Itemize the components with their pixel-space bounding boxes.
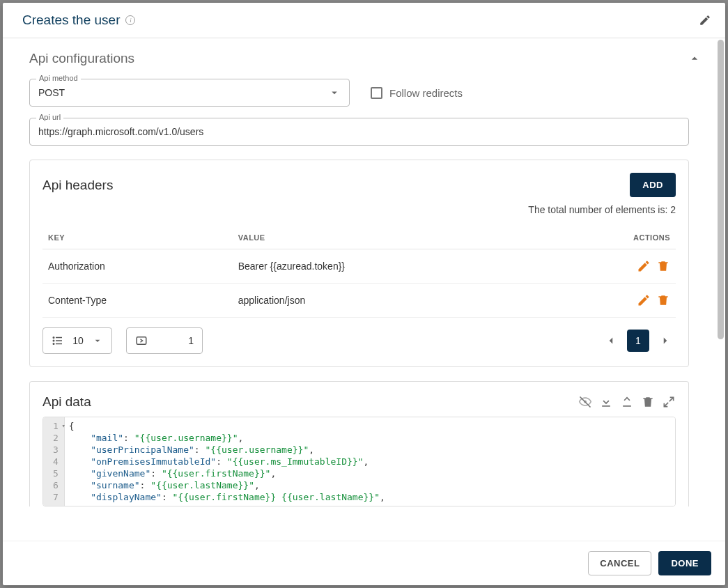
svg-point-5 [53,343,54,345]
api-data-title: Api data [42,394,578,410]
chevron-down-icon [92,335,103,346]
api-data-card: Api data 1234567 { "mail": "{{user.usern… [29,381,689,506]
expand-icon[interactable] [662,395,676,409]
done-button[interactable]: DONE [658,551,711,575]
data-toolbar [578,395,676,409]
api-headers-title: Api headers [42,178,630,193]
delete-icon[interactable] [656,259,670,273]
modal-title-text: Creates the user [22,13,120,28]
pager-nav: 1 [601,330,676,352]
code-lines: { "mail": "{{user.username}}", "userPrin… [65,417,675,506]
cancel-button[interactable]: CANCEL [588,551,651,575]
page-size-select[interactable]: 10 [42,327,112,354]
api-url-input[interactable] [29,118,689,146]
follow-redirects-field: Follow redirects [371,87,463,99]
col-key: KEY [42,226,233,249]
delete-icon[interactable] [641,395,655,409]
edit-icon[interactable] [637,259,651,273]
edit-title-icon[interactable] [699,14,711,26]
pager-current-page[interactable]: 1 [627,330,649,352]
header-actions [606,249,676,284]
header-key: Content-Type [42,284,233,318]
modal-header: Creates the user i [3,3,725,38]
api-method-value: POST [38,87,328,98]
scrollbar[interactable] [717,38,725,541]
follow-redirects-label: Follow redirects [389,87,463,99]
api-method-field: Api method POST [29,79,350,107]
header-value: Bearer {{azuread.token}} [233,249,606,284]
goto-page-value: 1 [155,335,194,346]
modal-footer: CANCEL DONE [3,541,725,585]
headers-table: KEY VALUE ACTIONS AuthorizationBearer {{… [42,226,676,318]
download-icon[interactable] [599,395,613,409]
list-icon [52,334,64,347]
api-url-label: Api url [36,113,63,121]
chevron-down-icon [328,86,341,99]
follow-redirects-checkbox[interactable] [371,87,382,99]
upload-icon[interactable] [620,395,634,409]
section-body: Api method POST Follow redirects [3,79,715,534]
section-title: Api configurations [29,51,688,66]
code-editor[interactable]: 1234567 { "mail": "{{user.username}}", "… [42,417,676,506]
modal-title: Creates the user i [22,13,699,28]
api-headers-card: Api headers ADD The total number of elem… [29,160,689,367]
goto-icon [135,334,148,347]
table-row: Content-Typeapplication/json [42,284,676,318]
code-gutter: 1234567 [43,417,65,506]
pager-next-button[interactable] [655,330,676,351]
chevron-up-icon [688,52,702,65]
header-actions [606,284,676,318]
scrollbar-thumb[interactable] [718,40,724,339]
svg-rect-6 [137,337,146,345]
headers-total-text: The total number of elements is: 2 [42,204,676,215]
goto-page-input[interactable]: 1 [126,327,203,354]
header-key: Authorization [42,249,233,284]
header-value: application/json [233,284,606,318]
modal-dialog: Creates the user i Api configurations Ap… [3,3,725,585]
modal-body: Api configurations Api method POST [3,38,725,541]
info-icon[interactable]: i [125,15,135,25]
add-header-button[interactable]: ADD [630,173,676,197]
edit-icon[interactable] [637,293,651,307]
svg-point-3 [53,337,54,339]
pager-prev-button[interactable] [601,330,621,351]
col-value: VALUE [233,226,606,249]
section-header-api-config[interactable]: Api configurations [3,38,715,79]
api-method-select[interactable]: POST [29,79,350,107]
col-actions: ACTIONS [606,226,676,249]
table-row: AuthorizationBearer {{azuread.token}} [42,249,676,284]
api-method-label: Api method [36,74,81,82]
page-size-value: 10 [71,335,85,346]
pager-row: 10 1 [42,327,676,354]
svg-point-4 [53,340,54,341]
delete-icon[interactable] [656,293,670,307]
api-url-field: Api url [29,118,689,146]
hide-icon[interactable] [578,395,592,409]
